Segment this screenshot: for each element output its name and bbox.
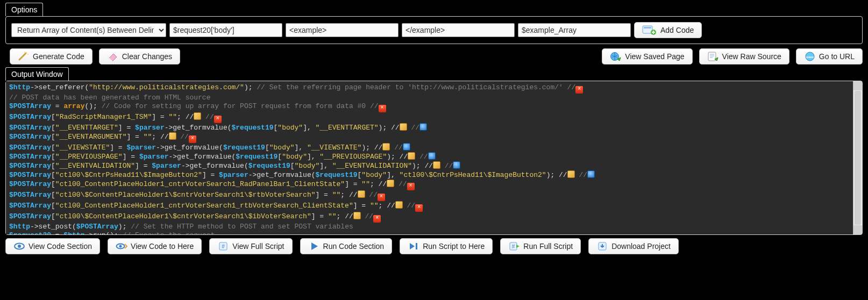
- delete-icon[interactable]: ×: [189, 135, 196, 143]
- script-icon: #: [217, 241, 229, 251]
- folder-icon[interactable]: [395, 201, 403, 209]
- page-source-icon: [707, 52, 719, 61]
- run-full-label: Run Full Script: [523, 242, 573, 251]
- option-field-2[interactable]: [286, 23, 399, 37]
- generate-code-button[interactable]: Generate Code: [10, 48, 93, 65]
- folder-icon[interactable]: [382, 143, 390, 151]
- svg-point-13: [119, 245, 122, 248]
- folder-icon[interactable]: [400, 123, 407, 131]
- view-saved-page-label: View Saved Page: [625, 52, 684, 61]
- option-field-1[interactable]: [169, 23, 282, 37]
- svg-point-5: [24, 52, 25, 53]
- refresh-icon[interactable]: [587, 170, 595, 178]
- folder-icon[interactable]: [358, 190, 365, 198]
- view-section-label: View Code Section: [29, 242, 92, 251]
- play-to-icon: [408, 241, 419, 251]
- folder-icon[interactable]: [194, 112, 201, 120]
- folder-icon[interactable]: [387, 180, 394, 187]
- option-field-3[interactable]: [402, 23, 515, 37]
- bottom-bar: View Code Section View Code to Here # Vi…: [5, 238, 863, 254]
- refresh-icon[interactable]: [428, 152, 436, 160]
- run-code-section-button[interactable]: Run Code Section: [300, 238, 393, 254]
- folder-icon[interactable]: [567, 170, 575, 178]
- script-run-icon: #: [508, 241, 520, 251]
- output-tab: Output Window: [5, 67, 69, 81]
- download-label: Download Project: [611, 242, 671, 251]
- download-icon: [596, 241, 608, 251]
- refresh-icon[interactable]: [453, 161, 460, 169]
- go-to-url-button[interactable]: www Go to URL: [796, 48, 863, 65]
- clear-changes-label: Clear Changes: [122, 52, 172, 61]
- operation-select[interactable]: Return Array of Content(s) Between Delim…: [11, 23, 166, 37]
- view-full-label: View Full Script: [232, 242, 284, 251]
- code-area[interactable]: $http->set_referer("http://www.political…: [6, 81, 862, 234]
- delete-icon[interactable]: ×: [575, 86, 583, 94]
- svg-rect-7: [708, 52, 716, 61]
- delete-icon[interactable]: ×: [415, 204, 423, 212]
- view-code-to-here-button[interactable]: View Code to Here: [108, 238, 202, 254]
- delete-icon[interactable]: ×: [378, 194, 385, 201]
- svg-point-11: [18, 245, 21, 248]
- view-code-section-button[interactable]: View Code Section: [5, 238, 100, 254]
- output-panel: Output Window $http->set_referer("http:/…: [5, 81, 863, 235]
- view-raw-source-button[interactable]: View Raw Source: [699, 48, 789, 65]
- run-section-label: Run Code Section: [323, 242, 385, 251]
- option-field-4[interactable]: [518, 23, 631, 37]
- delete-icon[interactable]: ×: [373, 215, 381, 223]
- eye-icon: [13, 241, 25, 251]
- refresh-icon[interactable]: [419, 123, 427, 131]
- generate-code-label: Generate Code: [33, 52, 84, 61]
- vertical-scrollbar[interactable]: [853, 81, 862, 234]
- folder-icon[interactable]: [408, 152, 415, 160]
- svg-text:#: #: [512, 244, 515, 249]
- svg-point-3: [26, 52, 27, 54]
- go-to-url-label: Go to URL: [819, 52, 855, 61]
- play-icon: [308, 241, 320, 251]
- wand-icon: [18, 52, 30, 61]
- svg-rect-1: [644, 27, 651, 28]
- view-here-label: View Code to Here: [131, 242, 194, 251]
- svg-text:#: #: [222, 244, 225, 249]
- add-code-button[interactable]: Add Code: [634, 22, 702, 38]
- run-here-label: Run Script to Here: [423, 242, 485, 251]
- folder-icon[interactable]: [433, 161, 440, 169]
- delete-icon[interactable]: ×: [379, 105, 386, 112]
- globe-saved-icon: [610, 52, 622, 61]
- add-code-label: Add Code: [660, 26, 694, 34]
- refresh-icon[interactable]: [403, 143, 410, 151]
- options-row: Return Array of Content(s) Between Delim…: [11, 22, 857, 38]
- folder-icon[interactable]: [353, 212, 361, 219]
- svg-point-4: [27, 54, 29, 55]
- run-full-script-button[interactable]: # Run Full Script: [500, 238, 581, 254]
- run-script-to-here-button[interactable]: Run Script to Here: [400, 238, 493, 254]
- svg-rect-16: [416, 243, 417, 249]
- action-row: Generate Code Clear Changes View Saved P…: [10, 48, 863, 65]
- clear-changes-button[interactable]: Clear Changes: [99, 48, 180, 65]
- options-panel: Options Return Array of Content(s) Betwe…: [5, 16, 863, 44]
- goto-url-icon: www: [804, 52, 816, 61]
- svg-text:www: www: [806, 55, 814, 59]
- folder-icon[interactable]: [169, 132, 176, 140]
- delete-icon[interactable]: ×: [407, 183, 415, 190]
- eye-arrow-icon: [116, 241, 127, 251]
- download-project-button[interactable]: Download Project: [588, 238, 679, 254]
- options-tab: Options: [5, 3, 43, 16]
- view-raw-source-label: View Raw Source: [722, 52, 781, 61]
- view-full-script-button[interactable]: # View Full Script: [209, 238, 292, 254]
- eraser-icon: [107, 52, 119, 61]
- view-saved-page-button[interactable]: View Saved Page: [602, 48, 692, 65]
- add-code-icon: [642, 25, 657, 35]
- delete-icon[interactable]: ×: [214, 116, 222, 123]
